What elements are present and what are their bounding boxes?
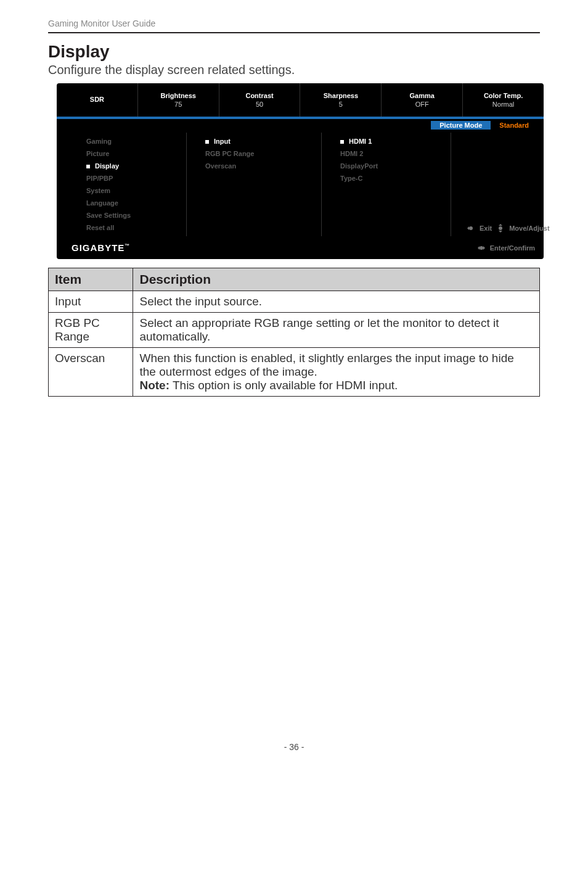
osd-picture-mode-label: Picture Mode (431, 121, 491, 130)
osd-menu-system[interactable]: System (86, 184, 186, 197)
joystick-left-icon (466, 225, 476, 232)
table-row: RGB PC Range Select an appropriate RGB r… (49, 313, 540, 348)
section-title: Display (48, 42, 540, 62)
note-label: Note: (139, 379, 169, 392)
osd-brand-logo: GIGABYTE™ (71, 242, 130, 253)
osd-panel: SDR Brightness 75 Contrast 50 Sharpness … (57, 83, 544, 259)
table-header-row: Item Description (49, 268, 540, 291)
osd-sub-menu: Input RGB PC Range Overscan (186, 133, 322, 236)
osd-status-label: SDR (90, 96, 104, 103)
table-cell-item: Input (49, 291, 133, 313)
osd-status-value: 50 (256, 101, 263, 108)
page-number: - 36 - (48, 742, 540, 764)
note-text: This option is only available for HDMI i… (169, 379, 398, 392)
table-cell-item: RGB PC Range (49, 313, 133, 348)
osd-status-sharpness: Sharpness 5 (300, 83, 382, 117)
osd-footer: GIGABYTE™ Enter/Confirm (57, 240, 544, 259)
osd-status-sdr: SDR (57, 83, 138, 117)
osd-main-menu: Gaming Picture Display PIP/PBP System La… (57, 133, 186, 236)
osd-status-value: OFF (415, 101, 429, 108)
osd-status-label: Contrast (245, 92, 273, 99)
svg-point-0 (469, 226, 473, 230)
active-marker-icon (86, 165, 90, 168)
osd-menu-save-settings[interactable]: Save Settings (86, 209, 186, 221)
svg-marker-7 (483, 246, 485, 250)
osd-picture-mode-value: Standard (491, 121, 540, 130)
osd-status-value: Normal (492, 101, 514, 108)
table-cell-description: When this function is enabled, it slight… (133, 348, 540, 397)
table-cell-description: Select an appropriate RGB range setting … (133, 313, 540, 348)
osd-menu-gaming[interactable]: Gaming (86, 135, 186, 147)
joystick-press-icon (476, 244, 486, 252)
osd-values-menu: HDMI 1 HDMI 2 DisplayPort Type-C (322, 133, 451, 236)
osd-menu-display[interactable]: Display (86, 160, 186, 172)
active-marker-icon (340, 140, 344, 144)
table-row: Overscan When this function is enabled, … (49, 348, 540, 397)
svg-marker-3 (499, 224, 502, 226)
table-header-description: Description (133, 268, 540, 291)
osd-status-gamma: Gamma OFF (382, 83, 463, 117)
osd-hint-exit: Exit (466, 223, 492, 234)
svg-point-5 (480, 246, 483, 250)
svg-marker-1 (467, 226, 469, 230)
table-cell-description: Select the input source. (133, 291, 540, 313)
osd-menu-pippbp[interactable]: PIP/PBP (86, 172, 186, 184)
table-header-item: Item (49, 268, 133, 291)
osd-status-contrast: Contrast 50 (219, 83, 301, 117)
svg-point-2 (499, 226, 502, 230)
osd-status-value: 5 (339, 101, 343, 108)
active-marker-icon (205, 140, 209, 144)
osd-quick-status-row: SDR Brightness 75 Contrast 50 Sharpness … (57, 83, 544, 117)
osd-sub-overscan[interactable]: Overscan (205, 160, 321, 172)
svg-marker-6 (478, 246, 480, 250)
joystick-updown-icon (496, 224, 505, 233)
osd-menu-picture[interactable]: Picture (86, 147, 186, 160)
osd-status-label: Color Temp. (484, 92, 523, 99)
header-guide-title: Gaming Monitor User Guide (48, 19, 540, 33)
osd-sub-rgb-pc-range[interactable]: RGB PC Range (205, 147, 321, 160)
osd-status-colortemp: Color Temp. Normal (463, 83, 544, 117)
osd-val-hdmi2[interactable]: HDMI 2 (340, 147, 451, 160)
osd-status-label: Sharpness (324, 92, 358, 99)
osd-menu-reset-all[interactable]: Reset all (86, 221, 186, 234)
osd-hint-confirm: Enter/Confirm (476, 244, 535, 252)
osd-hint-move: Move/Adjust (496, 222, 549, 234)
osd-sub-input[interactable]: Input (205, 135, 321, 147)
table-cell-item: Overscan (49, 348, 133, 397)
osd-val-hdmi1[interactable]: HDMI 1 (340, 135, 451, 147)
osd-picture-mode-bar: Picture Mode Standard (57, 119, 544, 131)
osd-status-value: 75 (174, 101, 182, 108)
description-table: Item Description Input Select the input … (48, 268, 540, 397)
section-description: Configure the display screen related set… (48, 63, 540, 77)
osd-status-brightness: Brightness 75 (138, 83, 219, 117)
table-row: Input Select the input source. (49, 291, 540, 313)
osd-val-typec[interactable]: Type-C (340, 172, 451, 184)
osd-status-label: Brightness (161, 92, 196, 99)
osd-menu-language[interactable]: Language (86, 197, 186, 209)
svg-marker-4 (499, 231, 502, 233)
osd-val-displayport[interactable]: DisplayPort (340, 160, 451, 172)
osd-status-label: Gamma (410, 92, 435, 99)
osd-hints: Exit Move/Adjust (459, 133, 551, 236)
